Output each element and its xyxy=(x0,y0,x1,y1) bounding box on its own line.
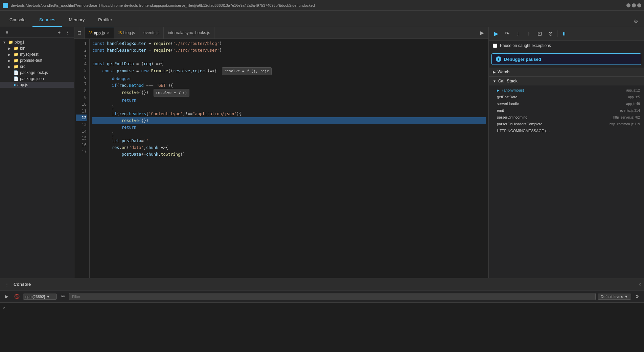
call-stack-item-parseronheaders[interactable]: parserOnHeadersComplete _http_common.js:… xyxy=(489,121,644,127)
collapse-sidebar-btn[interactable]: ⊟ xyxy=(74,27,85,39)
console-run-btn[interactable]: ▶ xyxy=(3,293,11,301)
console-input[interactable] xyxy=(5,305,641,310)
call-stack-item-httpincoming[interactable]: HTTPINCOMINGMESSAGE (… xyxy=(489,127,644,134)
dont-pause-exceptions-btn[interactable]: ⊘ xyxy=(546,29,555,39)
tree-label: blog1 xyxy=(15,40,24,45)
tree-label: app.js xyxy=(17,82,28,87)
editor-tab-events-js[interactable]: events.js xyxy=(139,27,164,39)
fn-name: emit xyxy=(497,108,504,112)
minimize-btn[interactable] xyxy=(626,3,630,7)
console-menu-btn[interactable]: ⋮ xyxy=(3,280,11,288)
code-line-17: postData+=chunk.toString() xyxy=(92,151,486,158)
tree-item-mysql[interactable]: ▶ 📁 mysql-test xyxy=(0,51,74,57)
close-window-btn[interactable] xyxy=(637,3,641,7)
console-toolbar: ▶ 🚫 npm[26892] ▼ 👁 Default levels ▼ ⚙ xyxy=(0,291,644,303)
resume-btn[interactable]: ▶ xyxy=(491,29,501,39)
top-nav-right: ⚙ xyxy=(630,16,644,27)
editor-tab-app-js[interactable]: JS app.js ✕ xyxy=(85,27,114,39)
code-line-16: res.on('data',chunk =>{ xyxy=(92,144,486,151)
fn-name: parserOnHeadersComplete xyxy=(497,122,543,126)
context-label: npm[26892] xyxy=(25,295,45,299)
tab-js-icon: JS xyxy=(118,31,122,35)
tree-arrow: ▶ xyxy=(8,53,14,56)
tree-item-bin[interactable]: ▶ 📁 bin xyxy=(0,45,74,51)
console-title: Console xyxy=(14,282,31,287)
tree-label: src xyxy=(20,64,25,69)
fn-name: getPostData xyxy=(497,95,518,99)
maximize-btn[interactable] xyxy=(632,3,636,7)
tree-item-blog1[interactable]: ▼ 📁 blog1 xyxy=(0,39,74,45)
window-url: devtools:/devtools/bundled/js_app.html?r… xyxy=(11,3,624,7)
sidebar-menu-btn[interactable]: ≡ xyxy=(3,28,11,36)
editor-tab-async-hooks-js[interactable]: internal/async_hooks.js xyxy=(164,27,214,39)
code-line-9: return xyxy=(92,97,486,104)
watch-arrow: ▶ xyxy=(493,70,496,74)
tab-profiler[interactable]: Profiler xyxy=(91,13,119,27)
fn-name: parserOnIncoming xyxy=(497,115,528,119)
pause-btn[interactable]: ⏸ xyxy=(559,29,569,39)
file-ref: app.js:12 xyxy=(626,89,640,92)
tree-arrow: ▶ xyxy=(8,59,14,62)
watch-header[interactable]: ▶ Watch xyxy=(489,68,644,76)
call-stack-item-parseronin[interactable]: parserOnIncoming _http_server.js:782 xyxy=(489,114,644,121)
step-out-btn[interactable]: ↑ xyxy=(524,29,533,39)
editor-tab-bar: ⊟ JS app.js ✕ JS blog.js events.js inter… xyxy=(74,27,488,39)
console-filter-input[interactable] xyxy=(69,293,596,300)
code-line-1: const handleBlogRouter = require('./src/… xyxy=(92,40,486,47)
pause-exceptions-checkbox[interactable] xyxy=(493,44,497,48)
call-stack-item-emit[interactable]: emit events.js:314 xyxy=(489,107,644,114)
call-stack-item-serverhandle[interactable]: serverHandle app.js:49 xyxy=(489,100,644,107)
console-context-selector[interactable]: npm[26892] ▼ xyxy=(23,294,57,300)
tab-label: blog.js xyxy=(123,30,135,35)
call-stack-label: Call Stack xyxy=(498,79,518,83)
file-ref: events.js:314 xyxy=(620,109,640,112)
console-clear-btn[interactable]: 🚫 xyxy=(13,293,21,301)
active-indicator: ▶ xyxy=(497,89,500,92)
code-line-5: const promise = new Promise((resolve,rej… xyxy=(92,67,486,75)
step-into-btn[interactable]: ↓ xyxy=(513,29,523,39)
deactivate-breakpoints-btn[interactable]: ⊡ xyxy=(535,29,544,39)
code-line-14: } xyxy=(92,131,486,137)
window-controls xyxy=(626,3,641,7)
tree-item-package-lock[interactable]: ▶ 📄 package-lock.js xyxy=(0,70,74,76)
tab-close-btn[interactable]: ✕ xyxy=(107,31,110,35)
sidebar-add-btn[interactable]: + xyxy=(55,28,63,36)
folder-icon: 📁 xyxy=(14,52,19,57)
sidebar-toolbar: ≡ + ⋮ xyxy=(0,27,74,38)
tab-console[interactable]: Console xyxy=(3,13,32,27)
debug-toolbar: ▶ ↷ ↓ ↑ ⊡ ⊘ ⏸ xyxy=(489,27,644,41)
code-line-4: const getPostData = (req) =>{ xyxy=(92,60,486,67)
tab-js-icon: JS xyxy=(89,31,93,35)
titlebar: devtools:/devtools/bundled/js_app.html?r… xyxy=(0,0,644,11)
tab-memory[interactable]: Memory xyxy=(62,13,91,27)
call-stack-item-getpostdata[interactable]: getPostData app.js:5 xyxy=(489,94,644,100)
info-icon: i xyxy=(496,56,501,62)
console-levels-selector[interactable]: Default levels ▼ xyxy=(598,294,631,300)
settings-gear-btn[interactable]: ⚙ xyxy=(630,16,641,27)
levels-label: Default levels xyxy=(601,295,623,299)
file-icon: 📄 xyxy=(14,76,19,81)
toolbar-separator xyxy=(557,30,557,37)
sidebar-more-btn[interactable]: ⋮ xyxy=(63,28,71,36)
console-close-btn[interactable]: × xyxy=(639,282,641,287)
console-settings-btn[interactable]: ⚙ xyxy=(633,293,641,301)
call-stack-header[interactable]: ▼ Call Stack xyxy=(489,77,644,85)
editor-tabs-right: ▶ xyxy=(477,27,488,39)
call-stack-item-anon[interactable]: ▶ (anonymous) app.js:12 xyxy=(489,87,644,94)
tab-sources[interactable]: Sources xyxy=(32,13,62,27)
tree-item-package-json[interactable]: ▶ 📄 package.json xyxy=(0,76,74,82)
code-line-8: resolve({}) resolve = f () xyxy=(92,89,486,97)
code-line-13: return xyxy=(92,124,486,131)
tree-item-src[interactable]: ▶ 📁 src xyxy=(0,64,74,70)
tree-label: mysql-test xyxy=(20,52,39,57)
console-eye-btn[interactable]: 👁 xyxy=(59,293,67,301)
tree-label: bin xyxy=(20,46,25,51)
tree-item-app-js[interactable]: ▶ ● app.js xyxy=(0,82,74,88)
step-over-btn[interactable]: ↷ xyxy=(502,29,512,39)
more-tabs-btn[interactable]: ▶ xyxy=(477,27,487,39)
file-ref: app.js:49 xyxy=(626,102,640,106)
tab-label: events.js xyxy=(143,30,159,35)
tree-item-promise[interactable]: ▶ 📁 promise-test xyxy=(0,57,74,64)
code-line-11: if(req.headers['Content-type']!=="applic… xyxy=(92,110,486,117)
editor-tab-blog-js[interactable]: JS blog.js xyxy=(114,27,139,39)
